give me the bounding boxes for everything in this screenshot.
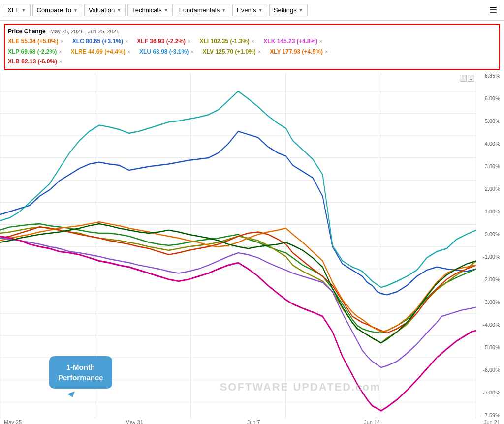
legend-item: XLP 69.68 (-2.2%)×	[8, 47, 62, 57]
technicals-label: Technicals	[132, 6, 162, 14]
ticker-label: XLV 125.70 (+1.0%)	[203, 47, 256, 57]
ticker-label: XLP 69.68 (-2.2%)	[8, 47, 57, 57]
y-axis-label: 6.85%	[476, 73, 500, 79]
legend-item: XLV 125.70 (+1.0%)×	[203, 47, 261, 57]
y-axis-label: -6.00%	[476, 367, 500, 373]
main-toolbar: XLE ▼ Compare To ▼ Valuation ▼ Technical…	[0, 0, 504, 21]
remove-icon[interactable]: ×	[59, 47, 62, 57]
y-axis-label: -1.00%	[476, 254, 500, 260]
ticker-label: XLF 36.93 (-2.2%)	[137, 36, 186, 46]
y-axis-label: 5.00%	[476, 118, 500, 124]
settings-dropdown[interactable]: Settings ▼	[269, 4, 308, 16]
symbol-label: XLE	[7, 6, 20, 14]
y-axis-label: 0.00%	[476, 231, 500, 237]
legend-title: Price Change	[8, 28, 46, 35]
legend-box: Price Change May 25, 2021 - Jun 25, 2021…	[4, 24, 500, 70]
events-caret: ▼	[258, 8, 263, 13]
y-axis-label: -3.00%	[476, 299, 500, 305]
y-axis-label: -7.00%	[476, 390, 500, 395]
x-axis-label: Jun 14	[364, 419, 380, 424]
remove-icon[interactable]: ×	[258, 47, 261, 57]
legend-row: XLP 69.68 (-2.2%)×XLRE 44.69 (+4.4%)×XLU…	[8, 47, 496, 57]
legend-items: XLE 55.34 (+5.0%)×XLC 80.65 (+3.1%)×XLF …	[8, 36, 496, 66]
legend-item: XLE 55.34 (+5.0%)×	[8, 36, 63, 46]
legend-item: XLK 145.23 (+4.8%)×	[263, 36, 322, 46]
legend-row: XLB 82.13 (-6.0%)×	[8, 57, 496, 66]
legend-date: May 25, 2021 - Jun 25, 2021	[50, 29, 119, 34]
valuation-dropdown[interactable]: Valuation ▼	[84, 4, 126, 16]
legend-item: XLC 80.65 (+3.1%)×	[72, 36, 128, 46]
settings-caret: ▼	[299, 8, 303, 13]
legend-item: XLI 102.35 (-1.3%)×	[199, 36, 254, 46]
compare-to-dropdown[interactable]: Compare To ▼	[32, 4, 83, 16]
x-axis: May 25May 31Jun 7Jun 14Jun 21	[0, 418, 504, 424]
y-axis: 6.85%6.00%5.00%4.00%3.00%2.00%1.00%0.00%…	[476, 73, 500, 418]
menu-icon[interactable]: ☰	[485, 3, 501, 18]
ticker-label: XLU 63.98 (-3.1%)	[139, 47, 189, 57]
ticker-label: XLI 102.35 (-1.3%)	[199, 36, 249, 46]
remove-icon[interactable]: ×	[325, 47, 328, 57]
y-axis-label: 2.00%	[476, 186, 500, 192]
events-label: Events	[237, 6, 256, 14]
ticker-label: XLB 82.13 (-6.0%)	[8, 57, 57, 66]
x-axis-label: May 31	[126, 419, 143, 424]
remove-icon[interactable]: ×	[125, 37, 128, 46]
remove-icon[interactable]: ×	[59, 57, 62, 66]
chart-area: − □	[0, 73, 504, 418]
legend-header: Price Change May 25, 2021 - Jun 25, 2021	[8, 27, 496, 36]
legend-item: XLRE 44.69 (+4.4%)×	[71, 47, 131, 57]
tooltip-bubble: 1-MonthPerformance	[49, 356, 112, 389]
y-axis-label: -7.59%	[476, 412, 500, 418]
y-axis-label: 6.00%	[476, 95, 500, 101]
compare-caret: ▼	[73, 8, 78, 13]
symbol-dropdown[interactable]: XLE ▼	[3, 4, 31, 16]
remove-icon[interactable]: ×	[190, 47, 193, 57]
fundamentals-dropdown[interactable]: Fundamentals ▼	[175, 4, 230, 16]
ticker-label: XLC 80.65 (+3.1%)	[72, 36, 123, 46]
legend-item: XLB 82.13 (-6.0%)×	[8, 57, 62, 66]
y-axis-label: 1.00%	[476, 209, 500, 214]
x-axis-label: Jun 7	[247, 419, 260, 424]
compare-to-label: Compare To	[37, 6, 72, 14]
remove-icon[interactable]: ×	[252, 37, 254, 46]
fundamentals-caret: ▼	[221, 8, 226, 13]
ticker-label: XLY 177.93 (+4.5%)	[270, 47, 323, 57]
technicals-caret: ▼	[164, 8, 168, 13]
legend-item: XLU 63.98 (-3.1%)×	[139, 47, 193, 57]
remove-icon[interactable]: ×	[127, 47, 130, 57]
events-dropdown[interactable]: Events ▼	[232, 4, 267, 16]
y-axis-label: 4.00%	[476, 141, 500, 147]
symbol-caret: ▼	[22, 8, 26, 13]
ticker-label: XLE 55.34 (+5.0%)	[8, 36, 58, 46]
technicals-dropdown[interactable]: Technicals ▼	[127, 4, 173, 16]
remove-icon[interactable]: ×	[319, 37, 322, 46]
settings-label: Settings	[274, 6, 297, 14]
legend-row: XLE 55.34 (+5.0%)×XLC 80.65 (+3.1%)×XLF …	[8, 36, 496, 46]
legend-item: XLF 36.93 (-2.2%)×	[137, 36, 190, 46]
ticker-label: XLRE 44.69 (+4.4%)	[71, 47, 126, 57]
x-axis-label: May 25	[4, 419, 22, 424]
valuation-caret: ▼	[117, 8, 121, 13]
remove-icon[interactable]: ×	[60, 37, 63, 46]
y-axis-label: 3.00%	[476, 163, 500, 169]
ticker-label: XLK 145.23 (+4.8%)	[263, 36, 317, 46]
x-axis-label: Jun 21	[484, 419, 500, 424]
fundamentals-label: Fundamentals	[179, 6, 220, 14]
y-axis-label: -2.00%	[476, 276, 500, 282]
tooltip-text: 1-MonthPerformance	[58, 363, 103, 382]
y-axis-label: -4.00%	[476, 322, 500, 328]
valuation-label: Valuation	[89, 6, 115, 14]
remove-icon[interactable]: ×	[188, 37, 190, 46]
legend-item: XLY 177.93 (+4.5%)×	[270, 47, 328, 57]
y-axis-label: -5.00%	[476, 344, 500, 350]
